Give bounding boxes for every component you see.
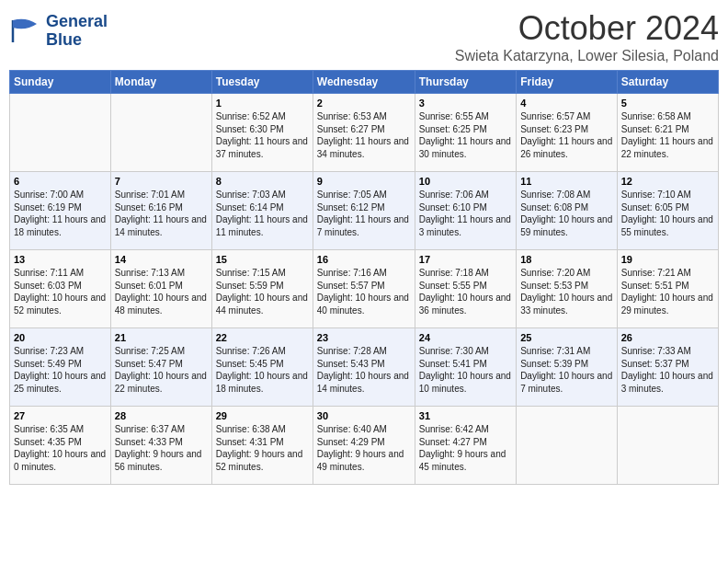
day-info: Sunrise: 7:16 AM Sunset: 5:57 PM Dayligh… xyxy=(317,267,411,316)
day-number: 5 xyxy=(621,98,714,109)
day-number: 3 xyxy=(419,98,512,109)
calendar-cell: 19Sunrise: 7:21 AM Sunset: 5:51 PM Dayli… xyxy=(617,250,718,328)
day-info: Sunrise: 7:06 AM Sunset: 6:10 PM Dayligh… xyxy=(419,189,512,238)
day-number: 24 xyxy=(419,332,512,343)
calendar-week-row: 13Sunrise: 7:11 AM Sunset: 6:03 PM Dayli… xyxy=(10,250,719,328)
day-number: 15 xyxy=(216,254,309,265)
day-info: Sunrise: 7:01 AM Sunset: 6:16 PM Dayligh… xyxy=(115,189,208,238)
weekday-header-cell: Saturday xyxy=(617,71,718,94)
day-info: Sunrise: 7:31 AM Sunset: 5:39 PM Dayligh… xyxy=(520,345,613,395)
title-block: October 2024 Swieta Katarzyna, Lower Sil… xyxy=(455,9,719,64)
day-info: Sunrise: 6:57 AM Sunset: 6:23 PM Dayligh… xyxy=(520,110,613,160)
calendar-week-row: 6Sunrise: 7:00 AM Sunset: 6:19 PM Daylig… xyxy=(10,172,719,250)
logo-icon xyxy=(9,15,42,48)
day-info: Sunrise: 7:28 AM Sunset: 5:43 PM Dayligh… xyxy=(317,345,411,395)
day-info: Sunrise: 6:38 AM Sunset: 4:31 PM Dayligh… xyxy=(216,423,309,473)
day-info: Sunrise: 6:53 AM Sunset: 6:27 PM Dayligh… xyxy=(317,110,411,160)
calendar-cell: 27Sunrise: 6:35 AM Sunset: 4:35 PM Dayli… xyxy=(10,407,111,485)
calendar-cell xyxy=(10,94,111,172)
calendar-cell: 20Sunrise: 7:23 AM Sunset: 5:49 PM Dayli… xyxy=(10,328,111,407)
calendar-cell: 12Sunrise: 7:10 AM Sunset: 6:05 PM Dayli… xyxy=(617,172,718,250)
logo-text: General Blue xyxy=(46,13,108,50)
day-info: Sunrise: 6:55 AM Sunset: 6:25 PM Dayligh… xyxy=(419,110,512,160)
calendar-cell: 8Sunrise: 7:03 AM Sunset: 6:14 PM Daylig… xyxy=(211,172,313,250)
calendar-cell: 28Sunrise: 6:37 AM Sunset: 4:33 PM Dayli… xyxy=(110,407,211,485)
calendar-cell xyxy=(110,94,211,172)
day-number: 16 xyxy=(317,254,411,265)
day-number: 9 xyxy=(317,176,411,187)
day-number: 31 xyxy=(419,410,512,421)
day-info: Sunrise: 6:37 AM Sunset: 4:33 PM Dayligh… xyxy=(115,423,208,473)
day-info: Sunrise: 7:18 AM Sunset: 5:55 PM Dayligh… xyxy=(419,267,512,316)
day-number: 14 xyxy=(115,254,208,265)
calendar-cell: 9Sunrise: 7:05 AM Sunset: 6:12 PM Daylig… xyxy=(313,172,415,250)
calendar-cell: 13Sunrise: 7:11 AM Sunset: 6:03 PM Dayli… xyxy=(10,250,111,328)
calendar-cell xyxy=(517,407,618,485)
day-number: 17 xyxy=(419,254,512,265)
calendar-cell: 26Sunrise: 7:33 AM Sunset: 5:37 PM Dayli… xyxy=(617,328,718,407)
day-info: Sunrise: 7:21 AM Sunset: 5:51 PM Dayligh… xyxy=(621,267,714,316)
day-number: 27 xyxy=(14,410,107,421)
day-number: 8 xyxy=(216,176,309,187)
day-info: Sunrise: 7:25 AM Sunset: 5:47 PM Dayligh… xyxy=(115,345,208,395)
day-info: Sunrise: 7:30 AM Sunset: 5:41 PM Dayligh… xyxy=(419,345,512,395)
weekday-header-cell: Friday xyxy=(517,71,618,94)
calendar-cell: 24Sunrise: 7:30 AM Sunset: 5:41 PM Dayli… xyxy=(415,328,516,407)
weekday-header-cell: Monday xyxy=(110,71,211,94)
calendar-week-row: 20Sunrise: 7:23 AM Sunset: 5:49 PM Dayli… xyxy=(10,328,719,407)
calendar-cell: 4Sunrise: 6:57 AM Sunset: 6:23 PM Daylig… xyxy=(517,94,618,172)
day-info: Sunrise: 7:13 AM Sunset: 6:01 PM Dayligh… xyxy=(115,267,208,316)
calendar-cell: 14Sunrise: 7:13 AM Sunset: 6:01 PM Dayli… xyxy=(110,250,211,328)
day-info: Sunrise: 7:33 AM Sunset: 5:37 PM Dayligh… xyxy=(621,345,714,395)
calendar-cell: 30Sunrise: 6:40 AM Sunset: 4:29 PM Dayli… xyxy=(313,407,415,485)
day-info: Sunrise: 7:26 AM Sunset: 5:45 PM Dayligh… xyxy=(216,345,309,395)
calendar-cell: 29Sunrise: 6:38 AM Sunset: 4:31 PM Dayli… xyxy=(211,407,313,485)
calendar-week-row: 27Sunrise: 6:35 AM Sunset: 4:35 PM Dayli… xyxy=(10,407,719,485)
weekday-header-cell: Tuesday xyxy=(211,71,313,94)
calendar-cell: 18Sunrise: 7:20 AM Sunset: 5:53 PM Dayli… xyxy=(517,250,618,328)
weekday-header-cell: Sunday xyxy=(10,71,111,94)
weekday-header-cell: Thursday xyxy=(415,71,516,94)
day-info: Sunrise: 7:15 AM Sunset: 5:59 PM Dayligh… xyxy=(216,267,309,316)
day-info: Sunrise: 7:10 AM Sunset: 6:05 PM Dayligh… xyxy=(621,189,714,238)
calendar-cell: 2Sunrise: 6:53 AM Sunset: 6:27 PM Daylig… xyxy=(313,94,415,172)
day-info: Sunrise: 7:20 AM Sunset: 5:53 PM Dayligh… xyxy=(520,267,613,316)
day-number: 11 xyxy=(520,176,613,187)
day-number: 23 xyxy=(317,332,411,343)
calendar-cell: 6Sunrise: 7:00 AM Sunset: 6:19 PM Daylig… xyxy=(10,172,111,250)
calendar-table: SundayMondayTuesdayWednesdayThursdayFrid… xyxy=(9,70,719,485)
calendar-cell: 15Sunrise: 7:15 AM Sunset: 5:59 PM Dayli… xyxy=(211,250,313,328)
day-info: Sunrise: 7:23 AM Sunset: 5:49 PM Dayligh… xyxy=(14,345,107,395)
day-info: Sunrise: 7:00 AM Sunset: 6:19 PM Dayligh… xyxy=(14,189,107,238)
calendar-cell: 31Sunrise: 6:42 AM Sunset: 4:27 PM Dayli… xyxy=(415,407,516,485)
day-info: Sunrise: 6:58 AM Sunset: 6:21 PM Dayligh… xyxy=(621,110,714,160)
calendar-cell: 22Sunrise: 7:26 AM Sunset: 5:45 PM Dayli… xyxy=(211,328,313,407)
day-number: 7 xyxy=(115,176,208,187)
day-info: Sunrise: 7:08 AM Sunset: 6:08 PM Dayligh… xyxy=(520,189,613,238)
calendar-body: 1Sunrise: 6:52 AM Sunset: 6:30 PM Daylig… xyxy=(10,94,719,485)
day-info: Sunrise: 6:40 AM Sunset: 4:29 PM Dayligh… xyxy=(317,423,411,473)
calendar-cell: 23Sunrise: 7:28 AM Sunset: 5:43 PM Dayli… xyxy=(313,328,415,407)
calendar-cell xyxy=(617,407,718,485)
month-title: October 2024 xyxy=(455,9,719,48)
page-header: General Blue October 2024 Swieta Katarzy… xyxy=(9,9,719,64)
day-number: 20 xyxy=(14,332,107,343)
logo: General Blue xyxy=(9,13,108,50)
calendar-cell: 11Sunrise: 7:08 AM Sunset: 6:08 PM Dayli… xyxy=(517,172,618,250)
day-number: 6 xyxy=(14,176,107,187)
day-info: Sunrise: 7:11 AM Sunset: 6:03 PM Dayligh… xyxy=(14,267,107,316)
day-number: 18 xyxy=(520,254,613,265)
day-number: 25 xyxy=(520,332,613,343)
calendar-week-row: 1Sunrise: 6:52 AM Sunset: 6:30 PM Daylig… xyxy=(10,94,719,172)
day-number: 29 xyxy=(216,410,309,421)
day-info: Sunrise: 6:52 AM Sunset: 6:30 PM Dayligh… xyxy=(216,110,309,160)
day-info: Sunrise: 7:05 AM Sunset: 6:12 PM Dayligh… xyxy=(317,189,411,238)
calendar-cell: 5Sunrise: 6:58 AM Sunset: 6:21 PM Daylig… xyxy=(617,94,718,172)
day-number: 13 xyxy=(14,254,107,265)
calendar-cell: 1Sunrise: 6:52 AM Sunset: 6:30 PM Daylig… xyxy=(211,94,313,172)
calendar-cell: 21Sunrise: 7:25 AM Sunset: 5:47 PM Dayli… xyxy=(110,328,211,407)
day-number: 30 xyxy=(317,410,411,421)
day-info: Sunrise: 7:03 AM Sunset: 6:14 PM Dayligh… xyxy=(216,189,309,238)
weekday-header-cell: Wednesday xyxy=(313,71,415,94)
day-number: 22 xyxy=(216,332,309,343)
